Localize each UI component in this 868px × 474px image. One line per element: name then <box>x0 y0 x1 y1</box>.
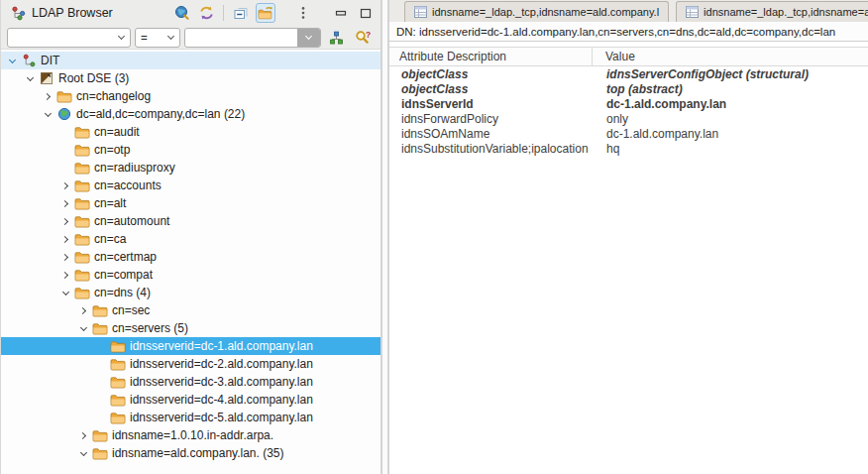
collapse-all-icon[interactable] <box>231 3 251 23</box>
folder-icon <box>109 357 126 372</box>
tree-row[interactable]: idnsname=ald.company.lan. (35) <box>1 444 380 462</box>
attribute-combo[interactable] <box>7 28 131 48</box>
attribute-row[interactable]: idnsSOAmName dc-1.ald.company.lan <box>389 126 868 141</box>
operator-combo[interactable]: = <box>135 28 180 48</box>
tree-label: cn=accounts <box>94 178 167 192</box>
folder-icon <box>73 178 90 193</box>
tree-row[interactable]: cn=accounts <box>1 177 380 194</box>
folder-icon <box>73 250 90 265</box>
expander-icon[interactable] <box>76 428 90 442</box>
attribute-name: idnsForwardPolicy <box>389 112 593 126</box>
tree-row[interactable]: DIT <box>1 52 380 69</box>
tree-row[interactable]: idnsserverid=dc-3.ald.company.lan <box>1 373 380 391</box>
view-header: LDAP Browser <box>1 0 380 26</box>
tree-row[interactable]: cn=automount <box>1 212 380 230</box>
entry-table-icon <box>686 6 699 18</box>
attribute-table-body: objectClass idnsServerConfigObject (stru… <box>389 66 868 156</box>
attribute-table: Attribute Description Value objectClass … <box>389 47 868 156</box>
tree-row[interactable]: cn=ca <box>1 230 380 248</box>
chevron-down-icon <box>305 33 312 40</box>
attribute-row[interactable]: objectClass idnsServerConfigObject (stru… <box>389 66 868 81</box>
tree-row[interactable]: cn=dns (4) <box>1 284 380 301</box>
attribute-value: dc-1.ald.company.lan <box>593 127 868 141</box>
hierarchy-button[interactable] <box>325 28 348 48</box>
folder-icon <box>109 411 126 425</box>
expander-icon[interactable] <box>58 268 72 282</box>
quick-search-globe-icon[interactable] <box>171 3 191 23</box>
ldap-browser-panel: LDAP Browser = ? DIT <box>0 0 380 474</box>
tree-row[interactable]: cn=otp <box>1 141 380 159</box>
folder-icon <box>73 268 90 283</box>
column-header-attribute[interactable]: Attribute Description <box>389 48 593 65</box>
expander-icon[interactable] <box>58 286 72 299</box>
folder-icon <box>73 286 90 300</box>
dit-tree: DIT Root DSE (3) cn=changelog dc=ald,dc=… <box>1 50 380 474</box>
tree-label: idnsserverid=dc-4.ald.company.lan <box>130 393 319 407</box>
attribute-row[interactable]: idnsSubstitutionVariable;ipalocation hq <box>389 141 868 156</box>
expander-icon[interactable] <box>58 250 72 264</box>
tree-row[interactable]: cn=audit <box>1 123 380 141</box>
tree-row[interactable]: cn=alt <box>1 194 380 212</box>
expander-icon[interactable] <box>76 303 90 317</box>
folder-icon <box>91 321 108 336</box>
expander-icon[interactable] <box>23 71 37 85</box>
tree-row[interactable]: idnsname=1.0.10.in-addr.arpa. <box>1 426 380 444</box>
tree-row[interactable]: cn=radiusproxy <box>1 159 380 177</box>
editor-tab-2[interactable]: idnsname=_ldap._tcp,idnsname=ald.co <box>676 1 868 22</box>
chevron-down-icon <box>167 33 174 40</box>
tree-row[interactable]: idnsserverid=dc-4.ald.company.lan <box>1 391 380 409</box>
attribute-table-header[interactable]: Attribute Description Value <box>389 48 868 66</box>
quick-search-bar: = ? <box>1 26 380 50</box>
editor-tab-bar: idnsname=_ldap._tcp,idnsname=ald.company… <box>389 0 868 22</box>
folder-icon <box>109 375 126 390</box>
attribute-row[interactable]: idnsServerId dc-1.ald.company.lan <box>389 96 868 111</box>
maximize-icon[interactable] <box>356 3 376 23</box>
expander-icon[interactable] <box>58 196 72 210</box>
tree-label: idnsname=ald.company.lan. (35) <box>112 446 290 460</box>
editor-tab-1[interactable]: idnsname=_ldap._tcp,idnsname=ald.company… <box>404 1 669 22</box>
tree-row[interactable]: cn=servers (5) <box>1 319 380 337</box>
tree-label: Root DSE (3) <box>58 71 135 85</box>
search-value-field <box>184 28 322 48</box>
folder-icon <box>55 89 72 104</box>
expander-icon[interactable] <box>76 446 90 460</box>
minimize-icon[interactable] <box>331 3 351 23</box>
tree-label: cn=ca <box>94 232 132 246</box>
tree-row[interactable]: cn=changelog <box>1 87 380 105</box>
tree-row[interactable]: idnsserverid=dc-5.ald.company.lan <box>1 409 380 426</box>
tree-row[interactable]: cn=compat <box>1 266 380 284</box>
tree-row[interactable]: idnsserverid=dc-2.ald.company.lan <box>1 355 380 373</box>
expander-icon[interactable] <box>58 232 72 246</box>
tree-row[interactable]: Root DSE (3) <box>1 69 380 87</box>
tree-row[interactable]: cn=sec <box>1 301 380 319</box>
link-with-editor-icon[interactable] <box>256 3 275 23</box>
quick-search-button[interactable]: ? <box>352 28 375 48</box>
tree-label: cn=sec <box>112 303 156 317</box>
expander-icon[interactable] <box>58 178 72 192</box>
tree-label: DIT <box>41 54 65 67</box>
tree-label: dc=ald,dc=company,dc=lan (22) <box>76 107 251 121</box>
expander-icon[interactable] <box>41 107 54 121</box>
column-header-value[interactable]: Value <box>593 48 868 65</box>
tree-row[interactable]: dc=ald,dc=company,dc=lan (22) <box>1 105 380 123</box>
expander-icon[interactable] <box>5 54 19 67</box>
expander-icon[interactable] <box>76 321 90 335</box>
tree-row[interactable]: idnsserverid=dc-1.ald.company.lan <box>1 337 380 355</box>
refresh-icon[interactable] <box>196 3 216 23</box>
panel-sash[interactable] <box>380 0 389 474</box>
expander-icon[interactable] <box>58 214 72 228</box>
attribute-name: objectClass <box>389 82 593 96</box>
view-menu-icon[interactable] <box>293 3 313 23</box>
view-tab-ldap-browser[interactable]: LDAP Browser <box>1 0 123 26</box>
attribute-name: idnsServerId <box>389 97 593 111</box>
attribute-row[interactable]: idnsForwardPolicy only <box>389 111 868 126</box>
expander-icon[interactable] <box>41 89 54 103</box>
search-value-dropdown-button[interactable] <box>297 29 320 47</box>
svg-text:?: ? <box>366 30 371 40</box>
toolbar-separator <box>223 5 224 21</box>
search-value-input[interactable] <box>185 29 298 47</box>
entry-editor-panel: idnsname=_ldap._tcp,idnsname=ald.company… <box>389 0 868 474</box>
attribute-row[interactable]: objectClass top (abstract) <box>389 81 868 96</box>
attribute-value: dc-1.ald.company.lan <box>593 97 868 111</box>
tree-row[interactable]: cn=certmap <box>1 248 380 266</box>
